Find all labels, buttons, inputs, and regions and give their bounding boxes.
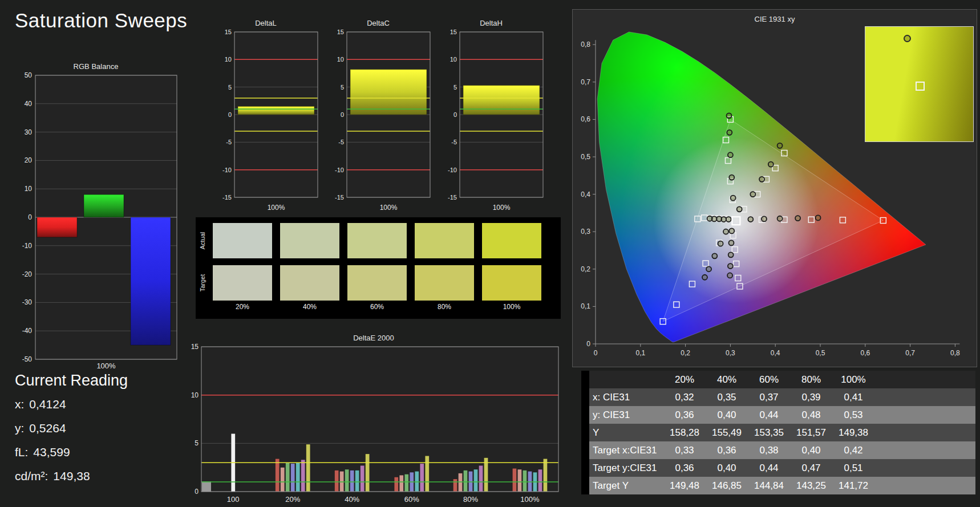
delta-h-bar (463, 86, 540, 115)
deltae-bar (469, 471, 473, 492)
reading-y: y:0,5264 (15, 421, 128, 435)
table-cell: 0,40 (790, 441, 832, 459)
table-cell: 155,49 (706, 424, 748, 441)
deltae-bar (276, 459, 280, 492)
svg-text:5: 5 (195, 439, 199, 447)
table-row: Target Y149,48146,85144,84143,25141,72 (581, 477, 975, 494)
measured-point (777, 143, 783, 148)
swatch-col-label: 20% (213, 303, 272, 311)
deltae-bar (394, 477, 398, 492)
svg-text:0,3: 0,3 (581, 228, 590, 236)
delta-l-bar (238, 107, 314, 115)
swatch-target-100% (482, 265, 541, 301)
measured-point (712, 253, 717, 258)
measured-point (729, 228, 734, 233)
svg-text:-5: -5 (338, 139, 344, 145)
svg-text:0: 0 (195, 488, 199, 496)
measured-point (795, 216, 800, 221)
inset-measured-point (904, 35, 911, 42)
saturation-swatch-grid[interactable]: ActualTarget20%40%60%80%100% (196, 217, 561, 319)
table-row-label: y: CIE31 (589, 406, 663, 424)
measured-point (737, 206, 742, 212)
deltae-bar (464, 471, 468, 492)
svg-text:-10: -10 (335, 167, 344, 173)
svg-text:10: 10 (225, 56, 232, 63)
table-cell: 0,41 (832, 388, 874, 406)
svg-text:5: 5 (453, 84, 457, 91)
measured-point (726, 217, 731, 222)
measured-point (723, 229, 728, 234)
measured-point (777, 216, 783, 221)
deltae-bar (512, 468, 516, 492)
table-col-header: 60% (748, 371, 790, 388)
svg-text:0,5: 0,5 (816, 349, 825, 357)
swatch-actual-80% (415, 223, 474, 258)
page-title: Saturation Sweeps (15, 9, 187, 32)
rgb-balance-title: RGB Balance (10, 62, 181, 72)
table-row-label: Y (589, 424, 663, 441)
deltae-bar (523, 471, 527, 492)
deltae-bar (543, 459, 547, 492)
deltae-bar (399, 475, 403, 492)
swatch-target-40% (280, 265, 339, 301)
svg-text:80%: 80% (463, 495, 478, 504)
svg-text:20: 20 (25, 156, 33, 164)
swatch-col-label: 60% (347, 303, 407, 311)
table-cell: 0,40 (706, 406, 748, 424)
svg-text:100: 100 (227, 495, 240, 504)
measured-point (748, 217, 753, 222)
delta-e-2000-chart[interactable]: DeltaE 2000 05101510020%40%60%80%100% (185, 333, 562, 504)
delta-c-chart[interactable]: DeltaC -15-10-5051015100% (324, 18, 432, 217)
svg-text:0,7: 0,7 (905, 349, 915, 357)
svg-text:0: 0 (586, 340, 590, 348)
svg-text:15: 15 (337, 29, 344, 35)
rgb-balance-chart[interactable]: RGB Balance -50-40-30-20-100102030405010… (10, 62, 181, 374)
swatch-actual-20% (213, 223, 272, 258)
swatch-actual-40% (280, 223, 339, 258)
delta-h-chart[interactable]: DeltaH -15-10-5051015100% (437, 18, 545, 217)
swatch-row-label-actual: Actual (196, 223, 209, 258)
swatch-col-label: 40% (280, 303, 339, 311)
svg-text:15: 15 (191, 343, 199, 351)
current-reading-heading: Current Reading (15, 372, 128, 390)
table-cell: 144,84 (748, 477, 790, 494)
svg-text:5: 5 (341, 84, 344, 91)
deltae-bar (306, 444, 310, 492)
measured-point (716, 216, 722, 221)
svg-text:-10: -10 (448, 167, 457, 173)
cie-1931-chart[interactable]: 00,10,20,30,40,50,60,70,800,10,20,30,40,… (572, 9, 977, 367)
measured-point (768, 162, 774, 167)
svg-text:0: 0 (453, 111, 457, 118)
deltae-bar (335, 471, 339, 492)
table-cell: 0,42 (832, 441, 874, 459)
deltae-bar (415, 471, 419, 492)
delta-c-plot: -15-10-5051015100% (324, 29, 432, 217)
table-col-header: 20% (663, 371, 706, 388)
table-cell: 141,72 (832, 477, 874, 494)
deltae-bar (479, 465, 483, 492)
table-row: Y158,28155,49153,35151,57149,38 (581, 424, 975, 441)
svg-text:-40: -40 (22, 327, 33, 335)
saturation-data-table: 20%40%60%80%100%x: CIE310,320,350,370,39… (581, 371, 975, 494)
deltae-bar (528, 471, 532, 492)
deltae-bar (350, 471, 354, 492)
svg-text:40%: 40% (345, 495, 359, 504)
svg-text:-20: -20 (22, 270, 33, 278)
deltae-bar (361, 465, 365, 492)
swatch-col-label: 100% (482, 303, 541, 311)
svg-text:10: 10 (25, 185, 33, 193)
svg-text:0,1: 0,1 (635, 349, 645, 357)
delta-h-plot: -15-10-5051015100% (437, 29, 545, 217)
measured-point (727, 273, 732, 278)
table-cell: 0,53 (832, 406, 874, 424)
table-cell: 153,35 (748, 424, 790, 441)
cie-inset-zoom (865, 26, 974, 142)
svg-text:5: 5 (228, 84, 232, 91)
deltae-bar (340, 471, 344, 492)
measured-point (727, 113, 732, 118)
measured-point (728, 240, 734, 245)
table-cell: 149,48 (663, 477, 706, 494)
measured-point (706, 266, 711, 271)
delta-l-chart[interactable]: DeltaL -15-10-5051015100% (212, 18, 320, 217)
svg-text:0,8: 0,8 (950, 349, 960, 357)
